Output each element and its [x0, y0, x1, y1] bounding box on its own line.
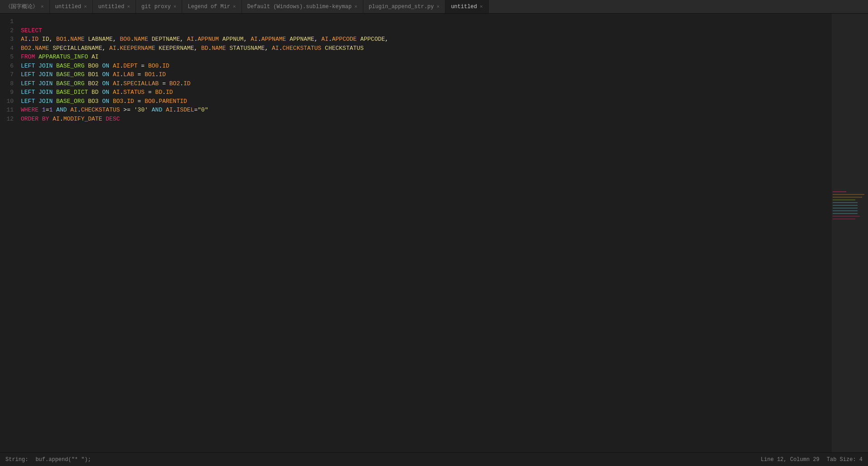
- tab-plugin-append[interactable]: plugin_append_str.py ×: [363, 0, 446, 13]
- tab-label: untitled: [55, 4, 82, 10]
- string-value: buf.append("* ");: [35, 456, 91, 463]
- svg-rect-0: [833, 191, 846, 192]
- close-icon[interactable]: ×: [354, 4, 357, 10]
- code-line-9: LEFT JOIN BASE_DICT BD ON AI.STATUS = BD…: [21, 88, 832, 97]
- close-icon[interactable]: ×: [127, 4, 130, 10]
- code-line-12: ORDER BY AI.MODIFY_DATE DESC: [21, 115, 832, 124]
- editor-area: 1 2 3 4 5 6 7 8 9 10 11 12 SELECT AI.ID …: [0, 14, 868, 452]
- svg-rect-2: [833, 197, 862, 198]
- tab-untitled-2[interactable]: untitled ×: [93, 0, 136, 13]
- tab-label: Legend of Mir: [188, 4, 230, 10]
- code-line-8: LEFT JOIN BASE_ORG BO2 ON AI.SPECIALLAB …: [21, 79, 832, 88]
- close-icon[interactable]: ×: [84, 4, 87, 10]
- code-line-2: SELECT: [21, 26, 832, 35]
- minimap[interactable]: [832, 14, 868, 452]
- status-left: String: buf.append("* ");: [5, 456, 91, 463]
- tab-legend-of-mir[interactable]: Legend of Mir ×: [182, 0, 241, 13]
- tab-label: git proxy: [141, 4, 171, 10]
- svg-rect-4: [833, 202, 858, 203]
- svg-rect-8: [833, 213, 858, 214]
- tab-keymap[interactable]: Default (Windows).sublime-keymap ×: [242, 0, 363, 13]
- tab-label: plugin_append_str.py: [369, 4, 434, 10]
- code-line-5: FROM APPARATUS_INFO AI: [21, 53, 832, 62]
- close-icon[interactable]: ×: [41, 4, 44, 10]
- line-numbers: 1 2 3 4 5 6 7 8 9 10 11 12: [0, 14, 17, 452]
- tab-label: untitled: [451, 4, 477, 10]
- code-line-4: BO2.NAME SPECIALLABNAME, AI.KEEPERNAME K…: [21, 44, 832, 53]
- tab-guozi[interactable]: 《国字概论》 ×: [0, 0, 50, 13]
- status-right: Line 12, Column 29 Tab Size: 4: [761, 456, 863, 463]
- tab-untitled-1[interactable]: untitled ×: [50, 0, 93, 13]
- tab-label: 《国字概论》: [5, 3, 38, 10]
- status-bar: String: buf.append("* "); Line 12, Colum…: [0, 452, 868, 466]
- close-icon[interactable]: ×: [233, 4, 236, 10]
- tab-git-proxy[interactable]: git proxy ×: [136, 0, 182, 13]
- code-editor[interactable]: SELECT AI.ID ID, BO1.NAME LABNAME, BO0.N…: [17, 14, 832, 452]
- tab-label: Default (Windows).sublime-keymap: [247, 4, 352, 10]
- svg-rect-3: [833, 199, 855, 200]
- code-line-1: [21, 17, 832, 26]
- tab-untitled-active[interactable]: untitled ×: [445, 0, 488, 13]
- tab-bar: 《国字概论》 × untitled × untitled × git proxy…: [0, 0, 868, 14]
- svg-rect-9: [833, 216, 860, 217]
- svg-rect-1: [833, 194, 864, 195]
- svg-rect-7: [833, 210, 858, 211]
- minimap-visual: [832, 14, 868, 452]
- svg-rect-10: [833, 218, 855, 219]
- code-line-7: LEFT JOIN BASE_ORG BO1 ON AI.LAB = BO1.I…: [21, 70, 832, 79]
- close-icon[interactable]: ×: [174, 4, 177, 10]
- code-line-11: WHERE 1=1 AND AI.CHECKSTATUS >= '30' AND…: [21, 106, 832, 115]
- code-line-6: LEFT JOIN BASE_ORG BO0 ON AI.DEPT = BO0.…: [21, 62, 832, 71]
- svg-rect-6: [833, 208, 858, 209]
- tab-size: Tab Size: 4: [827, 456, 863, 463]
- close-icon[interactable]: ×: [437, 4, 440, 10]
- code-line-10: LEFT JOIN BASE_ORG BO3 ON BO3.ID = BO0.P…: [21, 97, 832, 106]
- tab-label: untitled: [98, 4, 125, 10]
- close-icon[interactable]: ×: [480, 4, 483, 10]
- line-col: Line 12, Column 29: [761, 456, 820, 463]
- code-line-3: AI.ID ID, BO1.NAME LABNAME, BO0.NAME DEP…: [21, 35, 832, 44]
- string-label: String:: [5, 456, 28, 463]
- svg-rect-5: [833, 205, 858, 206]
